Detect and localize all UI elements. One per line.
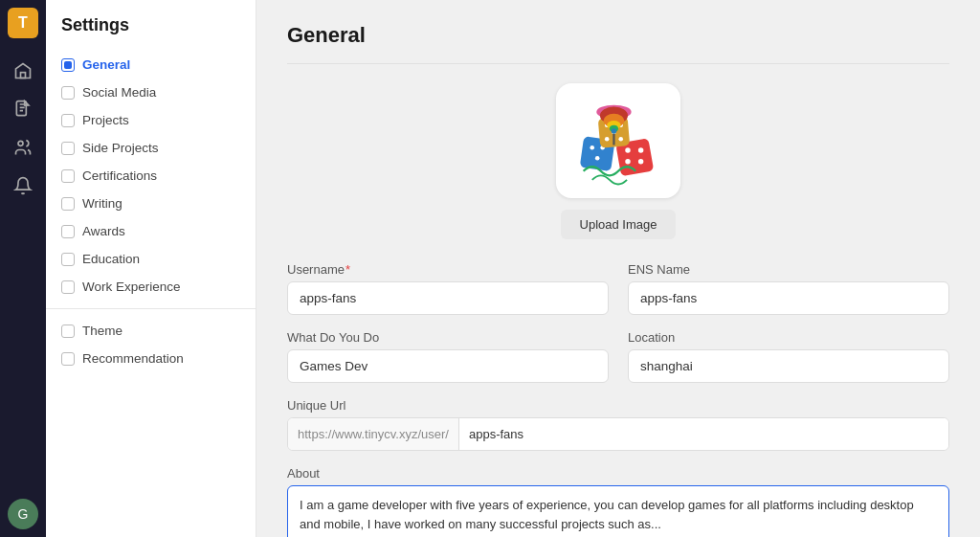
location-label: Location <box>628 330 949 345</box>
ens-name-label: ENS Name <box>628 262 949 277</box>
sidebar-item-writing[interactable]: Writing <box>46 190 256 217</box>
checkbox-awards <box>61 225 75 238</box>
about-textarea[interactable]: I am a game developer with five years of… <box>287 485 949 537</box>
svg-point-10 <box>590 145 594 150</box>
svg-point-7 <box>625 159 630 164</box>
svg-point-3 <box>18 141 23 145</box>
occupation-input[interactable] <box>287 349 609 383</box>
app-logo[interactable]: T <box>8 8 38 38</box>
url-wrapper: https://www.tinycv.xyz/user/ <box>287 417 949 451</box>
occupation-location-row: What Do You Do Location <box>287 330 949 383</box>
about-group: About I am a game developer with five ye… <box>287 466 949 537</box>
checkbox-work-experience <box>61 280 75 294</box>
sidebar-label-writing: Writing <box>82 196 122 211</box>
sidebar-label-side-projects: Side Projects <box>82 141 159 155</box>
checkbox-general <box>61 58 75 72</box>
svg-point-6 <box>638 147 643 152</box>
profile-image-area: Upload Image <box>287 83 949 239</box>
svg-point-24 <box>612 128 616 133</box>
checkbox-side-projects <box>61 142 75 155</box>
sidebar-item-social-media[interactable]: Social Media <box>46 78 256 106</box>
checkbox-projects <box>61 114 75 127</box>
sidebar-item-side-projects[interactable]: Side Projects <box>46 134 256 162</box>
checkbox-social-media <box>61 86 75 100</box>
sidebar-item-theme[interactable]: Theme <box>46 317 256 345</box>
sidebar-item-education[interactable]: Education <box>46 245 256 273</box>
sidebar-item-work-experience[interactable]: Work Experience <box>46 273 256 301</box>
sidebar-item-general[interactable]: General <box>46 51 256 78</box>
url-prefix: https://www.tinycv.xyz/user/ <box>288 418 459 450</box>
sidebar-label-projects: Projects <box>82 113 129 127</box>
ens-name-group: ENS Name <box>628 262 949 315</box>
occupation-label: What Do You Do <box>287 330 609 345</box>
bell-icon[interactable] <box>6 168 40 203</box>
sidebar-title: Settings <box>46 15 256 51</box>
sidebar-label-social-media: Social Media <box>82 85 156 100</box>
svg-point-8 <box>638 159 643 164</box>
game-image-svg <box>566 93 671 189</box>
sidebar-label-work-experience: Work Experience <box>82 280 181 294</box>
url-suffix-input[interactable] <box>459 418 948 450</box>
checkbox-writing <box>61 197 75 211</box>
url-group: Unique Url https://www.tinycv.xyz/user/ <box>287 398 949 451</box>
profile-image-wrapper <box>556 83 680 198</box>
sidebar-item-awards[interactable]: Awards <box>46 217 256 245</box>
user-avatar[interactable]: G <box>8 499 38 529</box>
users-icon[interactable] <box>6 130 40 165</box>
url-label: Unique Url <box>287 398 949 413</box>
sidebar-label-general: General <box>82 57 130 72</box>
location-group: Location <box>628 330 949 383</box>
checkbox-recommendation <box>61 352 75 366</box>
sidebar-item-projects[interactable]: Projects <box>46 106 256 134</box>
username-input[interactable] <box>287 281 609 315</box>
svg-point-12 <box>595 156 600 161</box>
svg-point-16 <box>605 137 610 142</box>
document-icon[interactable] <box>6 92 40 126</box>
checkbox-education <box>61 253 75 266</box>
svg-point-17 <box>618 137 623 142</box>
main-content: General <box>256 0 980 537</box>
checkbox-certifications <box>61 169 75 183</box>
upload-image-button[interactable]: Upload Image <box>561 210 677 239</box>
sidebar-item-recommendation[interactable]: Recommendation <box>46 345 256 372</box>
page-title: General <box>287 23 949 64</box>
sidebar-item-certifications[interactable]: Certifications <box>46 162 256 190</box>
icon-bar: T G <box>0 0 46 537</box>
username-ens-row: Username* ENS Name <box>287 262 949 315</box>
sidebar-label-awards: Awards <box>82 224 125 238</box>
sidebar-label-recommendation: Recommendation <box>82 351 184 366</box>
username-label: Username* <box>287 262 609 277</box>
occupation-group: What Do You Do <box>287 330 609 383</box>
home-icon[interactable] <box>6 54 40 88</box>
svg-point-5 <box>625 147 630 152</box>
sidebar-label-certifications: Certifications <box>82 168 157 183</box>
sidebar: Settings General Social Media Projects S… <box>46 0 256 537</box>
required-indicator: * <box>345 262 350 277</box>
about-label: About <box>287 466 949 481</box>
ens-name-input[interactable] <box>628 281 949 315</box>
checkbox-theme <box>61 324 75 338</box>
username-group: Username* <box>287 262 609 315</box>
svg-rect-0 <box>21 73 26 78</box>
avatar-area[interactable]: G <box>8 499 38 529</box>
sidebar-label-education: Education <box>82 252 140 266</box>
location-input[interactable] <box>628 349 949 383</box>
sidebar-label-theme: Theme <box>82 324 122 338</box>
sidebar-divider <box>46 308 256 309</box>
